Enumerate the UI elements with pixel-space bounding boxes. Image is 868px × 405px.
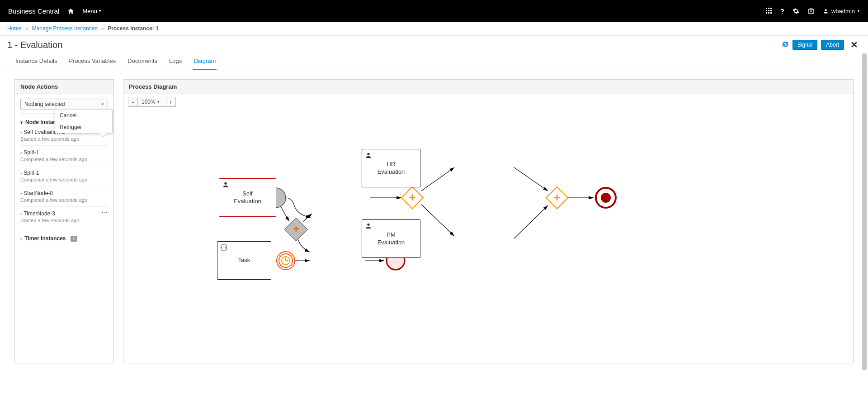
caret-down-icon: ▾ [102,102,104,106]
zoom-bar: - 100% ▾ + [123,94,853,110]
node-item-head[interactable]: › StartNode-0 [20,190,108,196]
page-scrollbar[interactable] [862,53,867,370]
node-item-sub: Completed a few seconds ago [20,177,108,182]
breadcrumb-current: Process Instance: 1 [108,25,159,32]
task-self-evaluation[interactable]: Self Evaluation [219,178,276,217]
node-item-name: Split-1 [24,149,39,156]
breadcrumb-sep: » [101,25,104,32]
tab-documents[interactable]: Documents [127,53,158,70]
top-bar-left: Business Central Menu ▾ [8,7,101,15]
task-label: Self Evaluation [234,190,261,205]
top-bar: Business Central Menu ▾ ? wbadmin ▾ [0,0,868,22]
zoom-out-button[interactable]: - [128,97,138,107]
zoom-in-button[interactable]: + [166,97,176,107]
chevron-right-icon: › [20,236,22,241]
tab-instance-details[interactable]: Instance Details [14,53,58,70]
node-select[interactable]: Nothing selected ▾ [20,99,108,110]
popover-cancel[interactable]: Cancel [55,110,112,121]
svg-point-30 [224,182,226,185]
tab-bar: Instance Details Process Variables Docum… [0,53,868,70]
gear-icon[interactable] [793,8,799,14]
breadcrumb-manage[interactable]: Manage Process Instances [32,25,98,32]
page-title: 1 - Evaluation [7,40,62,50]
kebab-icon[interactable]: ⋮ [102,210,108,215]
task-hr-evaluation[interactable]: HR Evaluation [362,149,420,187]
scrollbar-thumb[interactable] [862,53,867,370]
svg-rect-6 [766,12,767,14]
home-icon[interactable] [67,8,74,14]
user-label: wbadmin [831,8,855,14]
diagram-svg: + + [123,110,853,363]
node-item-sub: Completed a few seconds ago [20,157,108,162]
node-item-head[interactable]: › Split-1 [20,149,108,156]
task-label: PM Evaluation [377,231,405,246]
zoom-select[interactable]: 100% ▾ [138,97,166,107]
chevron-right-icon: › [20,150,22,155]
node-item-sub: Started a few seconds ago [20,218,108,223]
node-item-sub: Completed a few seconds ago [20,197,108,203]
help-icon[interactable]: ? [780,7,784,15]
node-item: › Split-1 Completed a few seconds ago [20,146,108,166]
svg-rect-7 [768,12,769,14]
section-timer-instances[interactable]: › Timer Instances 1 [20,235,108,242]
chevron-right-icon: › [20,171,22,176]
node-item: › StartNode-0 Completed a few seconds ag… [20,186,108,207]
caret-down-icon: ▾ [858,9,860,13]
chevron-down-icon: ▾ [20,120,23,125]
caret-down-icon: ▾ [99,9,101,13]
node-item: › Self Evaluation-2 Started a few second… [20,125,108,146]
process-diagram-title: Process Diagram [123,80,853,94]
svg-point-10 [811,11,811,12]
title-row: 1 - Evaluation Signal Abort ✕ [0,36,868,53]
task-label: Task [238,257,250,264]
breadcrumb-home[interactable]: Home [7,25,22,32]
svg-rect-0 [766,8,767,9]
svg-rect-4 [768,10,769,11]
svg-text:+: + [293,223,299,235]
svg-point-11 [825,9,826,11]
node-item-name: TimerNode-3 [24,210,55,217]
user-icon [823,8,829,14]
apps-grid-icon[interactable] [766,8,772,14]
content-body: Node Actions Nothing selected ▾ ▾ Node I… [0,70,868,372]
top-bar-right: ? wbadmin ▾ [766,7,860,15]
svg-text:+: + [553,191,560,204]
timer-count-badge: 1 [71,236,78,242]
svg-rect-8 [770,12,772,14]
signal-button[interactable]: Signal [793,40,817,50]
breadcrumb-sep: » [25,25,28,32]
briefcase-icon[interactable] [807,7,815,14]
node-select-label: Nothing selected [24,101,65,107]
action-popover: Cancel Retrigger [55,109,113,133]
node-actions-panel: Node Actions Nothing selected ▾ ▾ Node I… [14,79,114,363]
menu-label: Menu [82,8,97,14]
node-item-name: Split-1 [24,170,39,176]
brand-label: Business Central [8,7,59,15]
tab-logs[interactable]: Logs [168,53,183,70]
user-menu[interactable]: wbadmin ▾ [823,8,860,14]
svg-point-27 [601,193,611,203]
close-icon[interactable]: ✕ [848,39,861,50]
node-item: › TimerNode-3 Started a few seconds ago … [20,207,108,227]
svg-text:+: + [409,191,415,204]
svg-point-32 [367,224,369,226]
process-diagram-panel: Process Diagram - 100% ▾ + [123,79,854,363]
node-actions-title: Node Actions [15,80,113,94]
tab-process-variables[interactable]: Process Variables [68,53,117,70]
task-generic[interactable]: Task [217,241,271,280]
abort-button[interactable]: Abort [821,40,844,50]
refresh-icon[interactable] [782,41,789,49]
breadcrumb: Home » Manage Process Instances » Proces… [0,22,868,36]
popover-retrigger[interactable]: Retrigger [55,121,112,133]
chevron-right-icon: › [20,130,22,135]
node-item-head[interactable]: › TimerNode-3 [20,210,108,217]
task-pm-evaluation[interactable]: PM Evaluation [362,219,420,258]
node-item: › Split-1 Completed a few seconds ago [20,166,108,186]
node-list: ▾ Node Instances › Self Evaluation-2 Sta… [15,113,113,259]
svg-rect-1 [768,8,769,9]
node-item-sub: Started a few seconds ago [20,136,108,142]
node-item-head[interactable]: › Split-1 [20,170,108,176]
menu-dropdown[interactable]: Menu ▾ [82,8,101,14]
diagram-canvas[interactable]: + + [123,110,853,363]
tab-diagram[interactable]: Diagram [193,53,217,70]
